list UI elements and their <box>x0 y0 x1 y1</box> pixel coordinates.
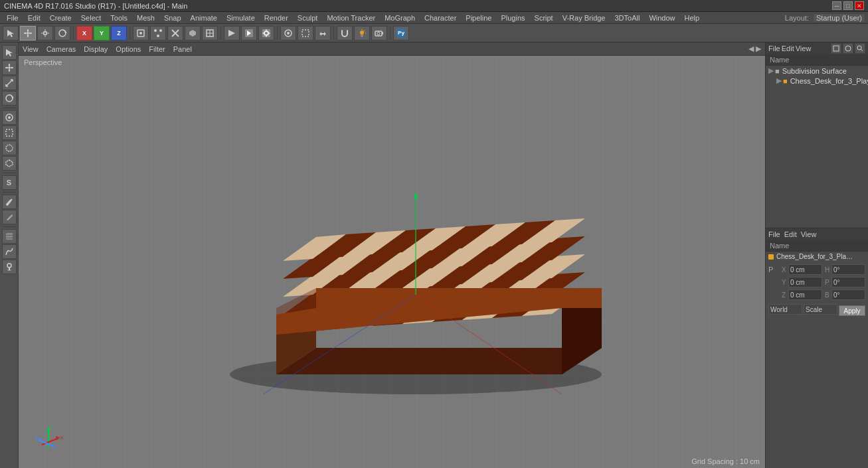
maximize-button[interactable]: □ <box>843 1 853 10</box>
move-select-btn[interactable] <box>315 26 331 40</box>
attrs-edit-menu[interactable]: Edit <box>784 230 797 238</box>
sidebar-sep-1 <box>3 108 16 108</box>
svg-rect-36 <box>302 30 309 37</box>
object-mode-btn[interactable] <box>133 26 149 40</box>
menu-file[interactable]: File <box>3 13 23 23</box>
rotate-tool-btn[interactable] <box>54 26 70 40</box>
sidebar-move-icon[interactable] <box>2 60 17 75</box>
svg-marker-6 <box>30 32 32 34</box>
move-tool-btn[interactable] <box>20 26 36 40</box>
pos-z-row: Z 0 cm B 0° <box>768 289 865 300</box>
attrs-file-menu[interactable]: File <box>768 230 780 238</box>
uvw-mode-btn[interactable] <box>202 26 218 40</box>
viewport-filter-menu[interactable]: Filter <box>149 45 165 53</box>
svg-marker-76 <box>562 308 602 374</box>
svg-marker-65 <box>6 160 13 167</box>
python-btn[interactable]: Py <box>393 26 409 40</box>
sidebar-layers-icon[interactable] <box>2 229 17 244</box>
sidebar-lasso-icon[interactable] <box>2 141 17 155</box>
svg-marker-74 <box>276 348 602 374</box>
render-btn[interactable] <box>241 26 257 40</box>
scene-item-subdivision[interactable]: ▶ ■ Subdivision Surface <box>766 66 868 76</box>
menu-window[interactable]: Window <box>645 13 679 23</box>
camera-btn[interactable] <box>371 26 387 40</box>
pos-y-input[interactable]: 0 cm <box>788 277 822 287</box>
pos-x-input[interactable]: 0 cm <box>788 264 822 275</box>
menu-animate[interactable]: Animate <box>187 13 221 23</box>
sidebar-rotate-icon[interactable] <box>2 91 17 106</box>
rot-b-input[interactable]: 0° <box>831 289 865 300</box>
menu-plugins[interactable]: Plugins <box>497 13 529 23</box>
scene-panel-search-btn[interactable] <box>855 43 865 54</box>
menu-render[interactable]: Render <box>260 13 292 23</box>
menu-mograph[interactable]: MoGraph <box>381 13 419 23</box>
sidebar-paint-icon[interactable] <box>2 260 17 274</box>
menu-sculpt[interactable]: Sculpt <box>294 13 322 23</box>
svg-marker-5 <box>24 32 26 34</box>
sidebar-s-icon[interactable]: S <box>2 175 17 190</box>
scene-panel-btn-2[interactable] <box>843 43 853 54</box>
pos-z-input[interactable]: 0 cm <box>788 289 822 300</box>
scale-tool-btn[interactable] <box>37 26 53 40</box>
menu-tools[interactable]: Tools <box>106 13 131 23</box>
attrs-view-menu[interactable]: View <box>801 230 817 238</box>
viewport-display-menu[interactable]: Display <box>84 45 108 53</box>
viewport-options-menu[interactable]: Options <box>116 45 141 53</box>
cursor-tool-btn[interactable] <box>3 26 19 40</box>
sidebar-knife-icon[interactable] <box>2 210 17 224</box>
close-button[interactable]: ✕ <box>855 1 864 10</box>
menu-vray-bridge[interactable]: V-Ray Bridge <box>559 13 610 23</box>
menu-snap[interactable]: Snap <box>160 13 185 23</box>
menu-motion-tracker[interactable]: Motion Tracker <box>323 13 379 23</box>
magnet-btn[interactable] <box>337 26 353 40</box>
sidebar-brush-icon[interactable] <box>2 195 17 209</box>
menu-create[interactable]: Create <box>46 13 76 23</box>
apply-button[interactable]: Apply <box>839 305 865 316</box>
z-axis-btn[interactable]: Z <box>111 26 127 40</box>
scene-file-menu[interactable]: File <box>768 44 780 52</box>
viewport-cameras-menu[interactable]: Cameras <box>46 45 76 53</box>
rect-select-btn[interactable] <box>298 26 313 40</box>
render-view-btn[interactable] <box>224 26 240 40</box>
menu-pipeline[interactable]: Pipeline <box>462 13 495 23</box>
sidebar-poly-select-icon[interactable] <box>2 156 17 171</box>
render-settings-btn[interactable] <box>258 26 274 40</box>
live-select-btn[interactable] <box>280 26 296 40</box>
menu-simulate[interactable]: Simulate <box>222 13 259 23</box>
light-btn[interactable] <box>354 26 370 40</box>
world-dropdown[interactable]: World <box>768 304 802 315</box>
scene-view-menu[interactable]: View <box>796 44 812 52</box>
layout-dropdown[interactable]: Startup (User) <box>813 13 865 23</box>
menu-mesh[interactable]: Mesh <box>133 13 159 23</box>
scene-item-chess-desk[interactable]: ▶ ■ Chess_Desk_for_3_Players_Closed <box>766 76 868 86</box>
menu-select[interactable]: Select <box>77 13 106 23</box>
edges-mode-btn[interactable] <box>167 26 183 40</box>
viewport-panel-menu[interactable]: Panel <box>173 45 192 53</box>
scale-dropdown[interactable]: Scale <box>804 304 837 315</box>
menu-edit[interactable]: Edit <box>24 13 44 23</box>
sidebar-select-icon[interactable] <box>2 45 17 60</box>
b-label: B <box>825 291 831 299</box>
points-mode-btn[interactable] <box>150 26 166 40</box>
menu-help[interactable]: Help <box>681 13 704 23</box>
minimize-button[interactable]: ─ <box>832 1 841 10</box>
viewport-view-menu[interactable]: View <box>23 45 39 53</box>
rot-h-input[interactable]: 0° <box>831 264 865 275</box>
menu-script[interactable]: Script <box>531 13 557 23</box>
menu-character[interactable]: Character <box>420 13 460 23</box>
x-axis-btn[interactable]: X <box>76 26 92 40</box>
sidebar-rect-select-icon[interactable] <box>2 125 17 140</box>
menu-bar: File Edit Create Select Tools Mesh Snap … <box>0 12 868 24</box>
sidebar-spline-icon[interactable] <box>2 244 17 259</box>
rot-p-input[interactable]: 0° <box>831 277 865 287</box>
y-axis-btn[interactable]: Y <box>94 26 110 40</box>
sidebar-scale-icon[interactable] <box>2 76 17 90</box>
menu-3dtoall[interactable]: 3DToAll <box>610 13 644 23</box>
poly-mode-btn[interactable] <box>185 26 201 40</box>
sidebar-live-select-icon[interactable] <box>2 110 17 125</box>
scene-edit-menu[interactable]: Edit <box>782 44 794 52</box>
attrs-selected-item[interactable]: Chess_Desk_for_3_Players_Closed <box>766 252 868 262</box>
svg-point-18 <box>157 35 159 37</box>
viewport-canvas[interactable]: Perspective <box>19 56 765 468</box>
scene-panel-btn-1[interactable] <box>831 43 841 54</box>
